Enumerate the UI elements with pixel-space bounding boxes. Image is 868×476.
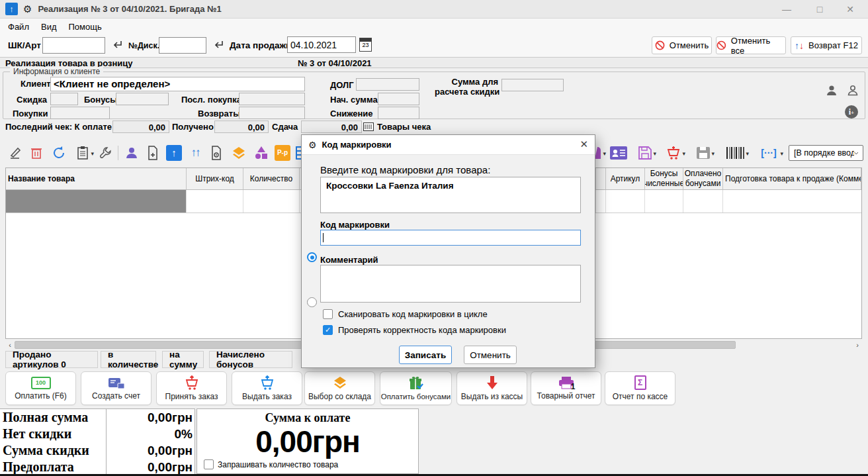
menu-file[interactable]: Файл (8, 22, 29, 32)
close-button[interactable]: ✕ (835, 0, 865, 19)
warehouse-pick-button[interactable]: Выбор со склада (304, 371, 375, 405)
comment-radio[interactable] (307, 297, 317, 307)
warehouse-layers-icon[interactable] (230, 144, 247, 162)
barcode-icon[interactable]: ▾ (721, 144, 750, 162)
reduction-label: Снижение (330, 109, 373, 119)
col-article[interactable]: Артикул (606, 168, 645, 189)
warehouse-pick-icon (331, 375, 349, 390)
pay-total-title: Сумма к оплате (197, 411, 418, 425)
issue-order-button[interactable]: Выдать заказ (232, 371, 302, 405)
client-field[interactable]: <Клиент не определен> (50, 77, 305, 91)
client-info-add-icon[interactable]: i+ (845, 105, 858, 119)
create-invoice-button[interactable]: Создать счет (81, 371, 152, 405)
marking-code-label: Код маркировки (320, 220, 390, 230)
doc-number: № 3 от 04/10/2021 (298, 58, 372, 68)
price-icon[interactable]: P-p (274, 144, 291, 162)
menu-help[interactable]: Помощь (69, 22, 102, 32)
client-person-icon[interactable] (825, 84, 838, 97)
accept-order-button[interactable]: Принять заказ (156, 371, 227, 405)
bonuses-field (116, 93, 169, 105)
pay-bonus-button[interactable]: Оплатить бонусами (380, 371, 452, 405)
marking-code-input[interactable] (320, 230, 581, 246)
client-group-title: Информация о клиенте (10, 67, 103, 76)
maximize-button[interactable]: □ (804, 0, 835, 19)
dialog-title: Код маркировки (322, 140, 392, 150)
pay-button[interactable]: 100 Оплатить (F6) (5, 371, 76, 405)
checkbox-icon[interactable] (204, 459, 214, 469)
col-bonus-numeric[interactable]: Бонусы численные (645, 168, 683, 189)
cash-report-button[interactable]: Σ Отчет по кассе (605, 371, 675, 405)
contact-card-icon[interactable] (610, 144, 627, 162)
col-quantity[interactable]: Количество (243, 168, 300, 189)
verify-code-checkbox[interactable]: ✓ Проверять корректность кода маркировки (323, 325, 506, 335)
settings-gear-icon: ⚙ (23, 3, 32, 15)
refresh-icon[interactable] (50, 144, 67, 162)
change-field: 0,00 (301, 120, 362, 133)
wrench-icon[interactable] (97, 144, 114, 162)
sort-order-combobox[interactable]: [В порядке ввода(прямой)] (789, 145, 863, 161)
save-gray-icon[interactable]: ▾ (692, 144, 715, 162)
clipboard-menu-icon[interactable]: ▾ (71, 144, 94, 162)
scroll-right-icon[interactable]: › (853, 341, 862, 349)
delete-icon[interactable] (28, 144, 45, 162)
checkbox-checked-icon[interactable]: ✓ (323, 325, 333, 335)
col-product-name[interactable]: Название товара (6, 168, 187, 189)
product-name-box: Кроссовки La Faenza Италия (320, 177, 581, 213)
client-info-group: Информация о клиенте Клиент <Клиент не о… (3, 71, 865, 119)
purchases-label: Покупки (13, 109, 48, 119)
return-button[interactable]: ↑↓ Возврат F12 (791, 36, 862, 54)
status-sum: на сумму (162, 351, 204, 368)
dialog-close-icon[interactable]: ✕ (580, 138, 588, 150)
sku-label: ШК/Арт (8, 40, 41, 50)
status-bonuses: Начислено бонусов (209, 351, 292, 368)
client-outline-person-icon[interactable] (846, 84, 859, 97)
selected-cell[interactable] (6, 190, 187, 213)
dialog-title-bar[interactable]: ⚙ Код маркировки ✕ (302, 135, 595, 155)
cancel-button[interactable]: Отменить (652, 36, 712, 54)
save-button[interactable]: Записать (399, 346, 452, 364)
quick-entry-bar: ШК/Арт №Диск. Дата продажи 23 Отменить (0, 34, 868, 57)
title-bar: ↑ ⚙ Реализация № 3 от 04/10/2021. Бригад… (0, 0, 868, 19)
total-discount-percent: 0% (106, 426, 195, 442)
returns-label: Возвраты (198, 109, 240, 119)
save-purple-icon[interactable]: ▾ (634, 144, 656, 162)
move-up-icon[interactable]: ↑↑ (187, 144, 204, 162)
cash-out-button[interactable]: Выдать из кассы (456, 371, 527, 405)
discount-card-input[interactable] (159, 37, 206, 54)
upload-icon[interactable]: ↑ (165, 144, 183, 162)
scroll-left-icon[interactable]: ‹ (5, 341, 15, 349)
col-preparation-comment[interactable]: Подготовка товара к продаже (Коммен (723, 168, 861, 189)
shapes-icon[interactable] (253, 144, 270, 162)
client-person-icon[interactable] (123, 144, 140, 162)
marking-code-dialog: ⚙ Код маркировки ✕ Введите код маркировк… (301, 134, 595, 368)
minimize-button[interactable]: — (771, 0, 802, 19)
document-header: Реализация товара в розницу № 3 от 04/10… (0, 57, 868, 68)
sale-date-label: Дата продажи (230, 40, 291, 50)
cart-add-icon[interactable]: ▾ (662, 144, 685, 162)
col-barcode[interactable]: Штрих-код (187, 168, 243, 189)
checkbox-icon[interactable] (323, 309, 333, 319)
edit-icon[interactable] (7, 144, 24, 162)
calendar-icon[interactable]: 23 (359, 38, 372, 52)
goods-report-printer-icon: 1 (558, 376, 575, 389)
sale-date-input[interactable] (287, 36, 356, 53)
menu-view[interactable]: Вид (41, 22, 57, 32)
dialog-cancel-button[interactable]: Отменить (464, 346, 517, 364)
marking-code-radio[interactable] (307, 252, 317, 262)
received-field: 0,00 (214, 120, 269, 133)
status-sold-articles: Продано артикулов 0 (5, 351, 98, 368)
total-discount-name-label: Нет скидки (0, 426, 106, 442)
goods-report-button[interactable]: 1 Товарный отчет (531, 371, 601, 405)
ask-quantity-checkbox[interactable]: Запрашивать количество товара (204, 459, 338, 469)
add-document-icon[interactable] (144, 144, 161, 162)
cancel-all-button[interactable]: Отменить все (716, 36, 786, 54)
totals-table: Полная сумма0,00грн Нет скидки0% Сумма с… (0, 408, 195, 474)
scan-cycle-checkbox[interactable]: Сканировать код маркировки в цикле (323, 309, 488, 319)
document-settings-icon[interactable] (208, 144, 225, 162)
last-purchase-field (239, 93, 305, 105)
sku-input[interactable] (42, 37, 105, 54)
col-paid-bonus[interactable]: Оплачено бонусами (683, 168, 723, 189)
more-options-icon[interactable]: [···] ▾ (753, 144, 785, 162)
comment-textarea[interactable] (320, 265, 581, 303)
receipt-items-label: Товары чека (377, 122, 431, 132)
